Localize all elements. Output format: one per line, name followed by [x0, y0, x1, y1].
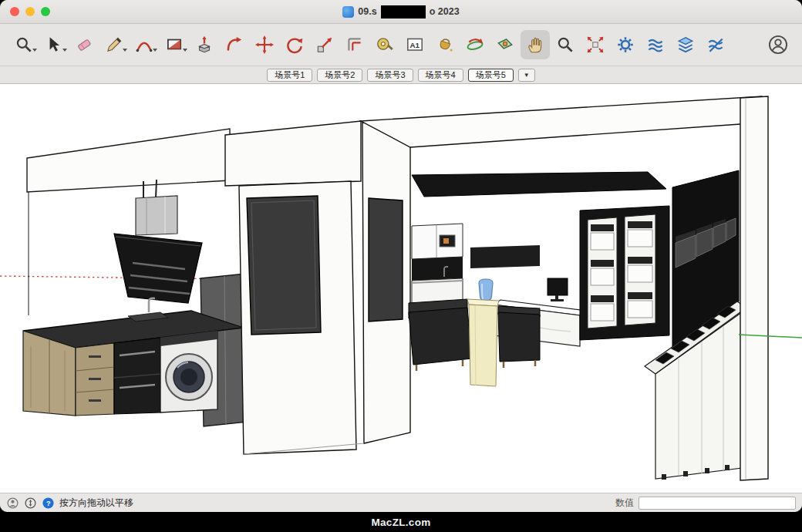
scale-icon — [315, 35, 335, 55]
section-plane-icon — [495, 35, 515, 55]
close-window-button[interactable] — [10, 7, 19, 16]
window-title-suffix: o 2023 — [430, 6, 460, 17]
chevron-down-icon — [62, 49, 67, 52]
orbit-tool-button[interactable] — [460, 30, 490, 59]
move-icon — [254, 35, 275, 55]
scene-tab-3[interactable]: 场景号3 — [367, 69, 413, 82]
scene-vase-column — [467, 279, 499, 386]
account-button[interactable] — [763, 30, 793, 59]
eraser-icon — [74, 35, 94, 55]
watermark-text: MacZL.com — [372, 517, 431, 528]
paint-tool-button[interactable] — [430, 30, 460, 59]
layers-tool-button[interactable] — [671, 30, 700, 59]
zoom-tool-button[interactable] — [551, 30, 580, 59]
offset-tool-button[interactable] — [340, 30, 369, 59]
shapes-tool-button[interactable] — [160, 30, 189, 59]
account-icon — [767, 34, 789, 56]
window-controls — [10, 7, 50, 16]
main-toolbar: A1 — [0, 24, 802, 66]
offset-icon — [345, 35, 365, 55]
paint-bucket-icon — [435, 35, 455, 55]
help-icon[interactable]: ? — [42, 497, 55, 510]
push-pull-icon — [194, 35, 214, 55]
title-redaction — [381, 5, 426, 19]
followme-tool-button[interactable] — [220, 30, 249, 59]
window-title-prefix: 09.s — [358, 6, 376, 17]
eraser-tool-button[interactable] — [69, 30, 99, 59]
title-bar: 09.s o 2023 — [0, 0, 802, 24]
scene-tab-bar: 场景号1 场景号2 场景号3 场景号4 场景号5 ▼ — [0, 66, 802, 84]
zoom-icon — [555, 35, 575, 55]
scene-tabs-dropdown-button[interactable]: ▼ — [518, 69, 535, 82]
follow-me-icon — [224, 35, 244, 55]
scale-tool-button[interactable] — [310, 30, 339, 59]
scene-range-hood — [114, 180, 202, 303]
waves-slash-icon — [706, 35, 726, 55]
pan-hand-icon — [525, 35, 545, 55]
chevron-down-icon — [32, 49, 37, 52]
arc-tool-button[interactable] — [130, 30, 159, 59]
viewport-canvas[interactable] — [0, 84, 802, 493]
watermark-strip: MacZL.com — [0, 512, 802, 532]
zoom-window-button[interactable] — [41, 7, 50, 16]
pan-tool-button[interactable] — [521, 30, 550, 59]
zoom-extents-tool-button[interactable] — [581, 30, 610, 59]
pencil-icon — [104, 35, 124, 55]
scene-tab-4[interactable]: 场景号4 — [418, 69, 463, 82]
scene-center-column — [225, 121, 361, 454]
waves-icon — [645, 35, 666, 55]
gear-icon — [615, 35, 635, 55]
app-icon — [342, 6, 354, 18]
rotate-tool-button[interactable] — [280, 30, 309, 59]
section-tool-button[interactable] — [490, 30, 520, 59]
scene-tab-2[interactable]: 场景号2 — [317, 69, 362, 82]
svg-text:?: ? — [46, 500, 51, 507]
scene-second-column — [362, 123, 410, 443]
app-window: 09.s o 2023 — [0, 0, 802, 512]
scene-washing-machine — [160, 331, 217, 412]
zoom-extents-icon — [585, 35, 605, 55]
text-a1-icon: A1 — [405, 35, 425, 55]
scene-right-wall — [740, 96, 768, 480]
measurements-label: 数值 — [615, 497, 634, 510]
rotate-icon — [285, 35, 305, 55]
scene-tv-panel — [247, 196, 321, 335]
line-tool-button[interactable] — [99, 30, 129, 59]
style-edit-tool-button[interactable] — [701, 30, 730, 59]
window-title: 09.s o 2023 — [342, 5, 459, 19]
layers-icon — [676, 35, 696, 55]
status-hint-text: 按方向拖动以平移 — [59, 497, 133, 510]
scene-red-axis — [0, 276, 233, 279]
chevron-down-icon — [183, 49, 187, 52]
tape-measure-tool-button[interactable] — [370, 30, 399, 59]
model-settings-tool-button[interactable] — [611, 30, 640, 59]
svg-text:A1: A1 — [410, 41, 420, 49]
move-tool-button[interactable] — [250, 30, 279, 59]
orbit-icon — [465, 35, 485, 55]
minimize-window-button[interactable] — [25, 7, 35, 16]
measurements-input[interactable] — [639, 497, 796, 510]
scene-tab-5[interactable]: 场景号5 — [468, 69, 514, 82]
geolocation-icon[interactable] — [6, 497, 19, 510]
chevron-down-icon — [123, 49, 127, 52]
model-scene — [0, 84, 802, 496]
tape-measure-icon — [375, 35, 395, 55]
pushpull-tool-button[interactable] — [190, 30, 219, 59]
text-tool-button[interactable]: A1 — [400, 30, 430, 59]
scene-tab-1[interactable]: 场景号1 — [267, 69, 312, 82]
arc-icon — [134, 35, 154, 55]
search-icon — [14, 35, 34, 55]
select-tool-button[interactable] — [39, 30, 69, 59]
search-tool-button[interactable] — [9, 30, 39, 59]
rectangle-icon — [164, 35, 184, 55]
context-arrows-icon[interactable] — [24, 497, 37, 510]
select-arrow-icon — [44, 35, 64, 55]
scene-shelving-unit — [580, 206, 669, 340]
chevron-down-icon — [153, 49, 157, 52]
style-waves-tool-button[interactable] — [641, 30, 670, 59]
